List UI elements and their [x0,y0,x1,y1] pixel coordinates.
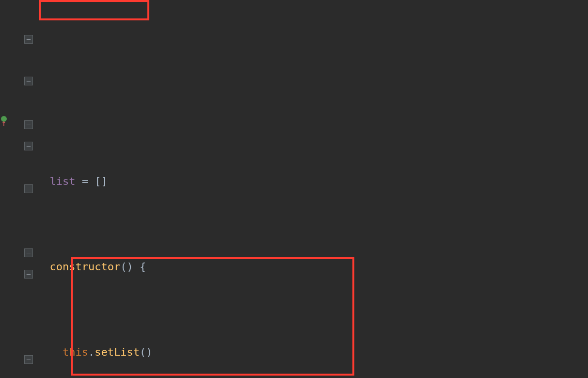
vcs-arrow-up-icon: ↑ [1,120,7,127]
code-line[interactable]: list = [] [37,171,588,192]
fold-handle[interactable] [24,35,33,44]
fold-handle[interactable] [24,248,33,257]
code-line[interactable]: this.setList() [37,342,588,363]
vcs-change-marker[interactable]: ↑ [1,116,7,127]
fold-handle[interactable] [24,184,33,193]
fold-handle[interactable] [24,270,33,279]
editor-gutter: ↑ [0,0,37,378]
fold-handle[interactable] [24,120,33,129]
code-line[interactable]: constructor() { [37,256,588,278]
method-name: constructor [50,261,121,273]
property-identifier: list [50,175,76,187]
fold-column [19,0,37,378]
fold-handle[interactable] [24,77,33,85]
fold-handle[interactable] [24,142,33,150]
fold-handle[interactable] [24,355,33,364]
code-editor[interactable]: ↑ list = [] constructor() { this.setList… [0,0,588,378]
code-area[interactable]: list = [] constructor() { this.setList()… [37,0,588,378]
highlight-box-1 [39,0,149,20]
